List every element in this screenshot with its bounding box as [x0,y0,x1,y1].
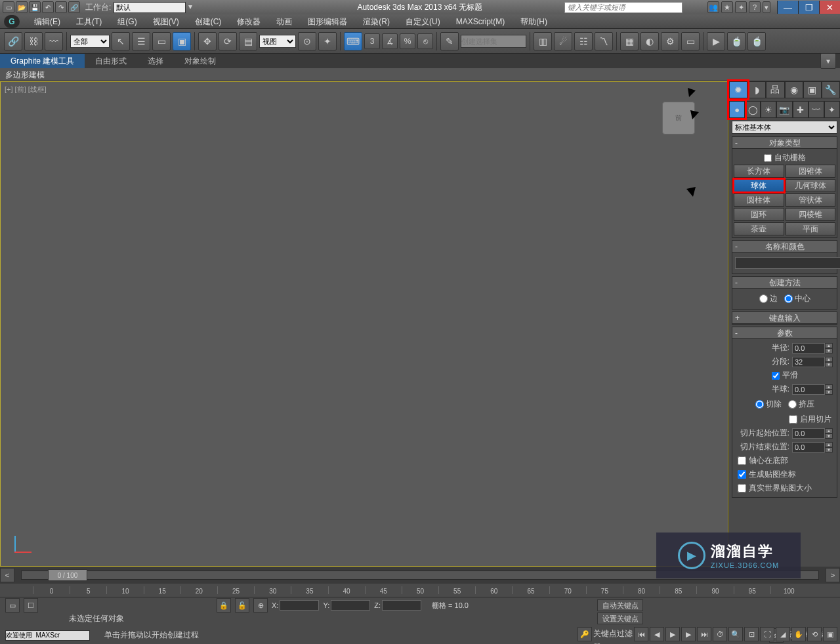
spacewarps-cat-icon[interactable]: 〰 [808,101,824,118]
fav-icon[interactable]: ★ [721,1,733,13]
named-selection-input[interactable] [461,35,526,48]
menu-grapheditors[interactable]: 图形编辑器 [300,14,355,29]
slice-to-input[interactable] [792,442,825,453]
goto-end-icon[interactable]: ⏭ [697,627,711,641]
modify-tab-icon[interactable]: ◗ [747,81,766,98]
play-icon[interactable]: ▶ [665,627,680,641]
viewport[interactable]: [+] [前] [线框] 前 [0,81,728,567]
gen-map-checkbox[interactable] [738,470,746,479]
select-link-icon[interactable]: 🔗 [4,32,22,50]
fov-icon[interactable]: ◢ [776,627,790,641]
teapot-icon[interactable]: 🍵 [727,32,746,50]
geosphere-button[interactable]: 几何球体 [786,179,836,192]
pyramid-button[interactable]: 四棱锥 [786,208,836,221]
workspace-input[interactable] [114,2,186,13]
render-prod-icon[interactable]: ▶ [707,32,725,50]
time-config-icon[interactable]: ⏱ [713,627,727,641]
timeline-right-icon[interactable]: > [826,568,840,582]
comm-icon[interactable]: 👥 [707,1,719,13]
menu-customize[interactable]: 自定义(U) [398,14,448,29]
sphere-button[interactable]: 球体 [734,179,784,192]
display-tab-icon[interactable]: ▣ [803,81,822,98]
goto-start-icon[interactable]: ⏮ [634,627,648,641]
params-header[interactable]: 参数 [777,329,793,338]
spinner-snap-icon[interactable]: ⎋ [417,33,433,49]
maxscript-listener[interactable] [5,630,90,641]
viewcube[interactable]: 前 [662,102,695,134]
tube-button[interactable]: 管状体 [786,193,836,207]
help-drop-icon[interactable]: ▾ [763,1,770,13]
align-icon[interactable]: ☄ [554,32,572,50]
hemisphere-input[interactable] [792,384,825,395]
create-tab-icon[interactable]: ✹ [729,81,747,98]
menu-views[interactable]: 视图(V) [145,14,187,29]
radius-input[interactable] [792,343,825,353]
ribbon-tab-paint[interactable]: 对象绘制 [174,54,226,68]
base-pivot-checkbox[interactable] [738,456,746,465]
app-menu-icon[interactable]: G [4,15,20,28]
iso-icon[interactable]: 🔒 [217,598,231,613]
menu-group[interactable]: 组(G) [110,14,144,29]
zoom-all-icon[interactable]: ⊡ [744,627,759,641]
redo-icon[interactable]: ↷ [55,1,67,13]
pivot-center-icon[interactable]: ⊙ [298,32,316,50]
menu-modifiers[interactable]: 修改器 [229,14,268,29]
ribbon-expand-icon[interactable]: ▾ [820,53,836,69]
object-type-header[interactable]: 对象类型 [769,138,801,148]
menu-tools[interactable]: 工具(T) [68,14,110,29]
render-a-icon[interactable]: 🍵 [747,32,766,50]
prev-frame-icon[interactable]: ◀ [650,627,664,641]
lock-selection-icon[interactable]: 🔓 [235,598,249,613]
open-icon[interactable]: 📂 [16,1,28,13]
key-mode-icon[interactable]: 🔑 [578,627,592,641]
save-icon[interactable]: 💾 [29,1,41,13]
helpers-cat-icon[interactable]: ✚ [793,101,808,118]
manipulate-icon[interactable]: ✦ [318,32,337,50]
edge-radio[interactable] [759,294,768,303]
select-name-icon[interactable]: ☰ [132,32,150,50]
curve-editor-icon[interactable]: 〽 [595,32,613,50]
edit-named-sel-icon[interactable]: ✎ [440,32,459,50]
object-name-input[interactable] [735,257,840,269]
x-coord-input[interactable] [280,600,319,611]
auto-grid-checkbox[interactable] [764,154,772,162]
rotate-icon[interactable]: ⟳ [219,32,237,50]
selection-filter[interactable]: 全部 [70,35,110,48]
menu-help[interactable]: 帮助(H) [513,14,555,29]
z-coord-input[interactable] [382,600,421,611]
ribbon-sub[interactable]: 多边形建模 [0,68,840,81]
center-radio[interactable] [784,294,793,303]
minimize-button[interactable]: — [777,1,798,14]
name-color-header[interactable]: 名称和颜色 [765,242,805,251]
scale-icon[interactable]: ▤ [239,32,257,50]
menu-maxscript[interactable]: MAXScript(M) [448,14,513,29]
whatsnew-icon[interactable]: ✦ [735,1,747,13]
slider-thumb[interactable]: 0 / 100 [48,569,87,581]
abs-transform-icon[interactable]: ⊕ [253,598,268,613]
pan-icon[interactable]: ✋ [791,627,806,641]
zoom-icon[interactable]: 🔍 [728,627,743,641]
link-icon[interactable]: 🔗 [68,1,80,13]
select-object-icon[interactable]: ↖ [112,32,130,50]
maximize-button[interactable]: ❐ [798,1,819,14]
layer-icon[interactable]: ☷ [574,32,593,50]
percent-snap-icon[interactable]: % [400,33,415,49]
menu-rendering[interactable]: 渲染(R) [355,14,398,29]
bind-space-icon[interactable]: 〰 [45,32,63,50]
create-method-header[interactable]: 创建方法 [769,278,801,287]
cameras-cat-icon[interactable]: 📷 [776,101,792,118]
geometry-type-dropdown[interactable]: 标准基本体 [732,121,837,134]
help-search-input[interactable] [564,2,682,13]
max-viewport-icon[interactable]: ▣ [823,627,837,641]
utilities-tab-icon[interactable]: 🔧 [822,81,840,98]
render-frame-icon[interactable]: ▭ [681,32,700,50]
torus-button[interactable]: 圆环 [734,208,784,221]
kb-input-header[interactable]: 键盘输入 [769,313,801,323]
workspace-drop-icon[interactable]: ▾ [188,2,198,13]
geometry-cat-icon[interactable]: ● [729,101,745,118]
angle-snap-icon[interactable]: ∡ [382,33,398,49]
box-button[interactable]: 长方体 [734,165,784,178]
lights-cat-icon[interactable]: ☀ [761,101,776,118]
ref-coord-system[interactable]: 视图 [259,35,296,48]
move-icon[interactable]: ✥ [198,32,217,50]
